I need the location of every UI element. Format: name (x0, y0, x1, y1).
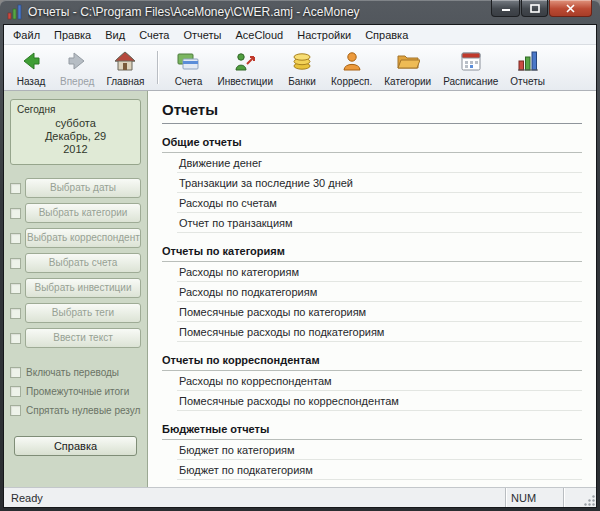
banks-button[interactable]: Банки (279, 46, 325, 89)
today-date: Декабрь, 29 (17, 130, 134, 143)
menu-acecloud[interactable]: AceCloud (229, 26, 291, 44)
select-payees-button[interactable]: Выбрать корреспондентов (25, 228, 141, 248)
forward-button[interactable]: Вперед (54, 46, 100, 89)
today-panel: Сегодня суббота Декабрь, 29 2012 (10, 99, 141, 165)
schedule-icon (459, 49, 483, 75)
investments-checkbox[interactable] (10, 283, 21, 294)
report-link[interactable]: Движение денег (177, 153, 582, 173)
accounts-button[interactable]: Счета (165, 46, 211, 89)
resize-grip[interactable] (581, 488, 596, 507)
menu-view[interactable]: Вид (98, 26, 132, 44)
back-icon (19, 49, 43, 75)
section-heading-categories: Отчеты по категориям (162, 245, 582, 262)
help-button[interactable]: Справка (14, 436, 137, 456)
options-group: Включать переводы Промежуточные итоги Сп… (10, 367, 141, 424)
back-button[interactable]: Назад (8, 46, 54, 89)
payees-checkbox[interactable] (10, 233, 21, 244)
maximize-button[interactable] (521, 0, 548, 17)
hide-zero-option[interactable]: Спрятать нулевые резуль (10, 405, 141, 416)
report-link[interactable]: Бюджет по категориям (177, 440, 582, 460)
banks-icon (290, 49, 314, 75)
today-weekday: суббота (17, 117, 134, 130)
forward-icon (65, 49, 89, 75)
report-link[interactable]: Расходы по корреспондентам (177, 371, 582, 391)
num-lock-indicator: NUM (505, 488, 563, 507)
tags-checkbox[interactable] (10, 308, 21, 319)
select-tags-button[interactable]: Выбрать теги (25, 303, 141, 323)
report-link[interactable]: Расходы по категориям (177, 262, 582, 282)
payees-button[interactable]: Корресп. (325, 46, 378, 89)
subtotals-checkbox[interactable] (10, 386, 21, 397)
app-icon (7, 4, 23, 20)
section-heading-general: Общие отчеты (162, 136, 582, 153)
filter-row-text: Ввести текст (10, 328, 141, 348)
home-button[interactable]: Главная (100, 46, 150, 89)
dates-checkbox[interactable] (10, 183, 21, 194)
menu-help[interactable]: Справка (358, 26, 415, 44)
report-link[interactable]: Расходы по подкатегориям (177, 282, 582, 302)
filter-row-tags: Выбрать теги (10, 303, 141, 323)
section-heading-payees: Отчеты по корреспондентам (162, 354, 582, 371)
select-categories-button[interactable]: Выбрать категории (25, 203, 141, 223)
minimize-button[interactable] (491, 0, 520, 17)
reports-button[interactable]: Отчеты (504, 46, 551, 89)
report-link[interactable]: Помесячные расходы по корреспондентам (177, 391, 582, 411)
menu-accounts[interactable]: Счета (132, 26, 176, 44)
report-link[interactable]: Бюджет по подкатегориям (177, 460, 582, 480)
report-link[interactable]: Отчет по транзакциям (177, 213, 582, 233)
main-content: Отчеты Общие отчеты Движение денег Транз… (148, 91, 596, 487)
include-transfers-checkbox[interactable] (10, 367, 21, 378)
toolbar: Назад Вперед Главная Счета Инвестиции (4, 45, 596, 91)
categories-icon (396, 49, 420, 75)
filter-row-payees: Выбрать корреспондентов (10, 228, 141, 248)
status-pane-blank (563, 488, 581, 507)
enter-text-button[interactable]: Ввести текст (25, 328, 141, 348)
menubar: Файл Правка Вид Счета Отчеты AceCloud На… (4, 25, 596, 45)
filter-row-dates: Выбрать даты (10, 178, 141, 198)
titlebar[interactable]: Отчеты - C:\Program Files\AceMoney\CWER.… (0, 0, 600, 24)
menu-settings[interactable]: Настройки (290, 26, 358, 44)
acemoney-window: Отчеты - C:\Program Files\AceMoney\CWER.… (0, 0, 600, 511)
window-title: Отчеты - C:\Program Files\AceMoney\CWER.… (28, 5, 360, 19)
hide-zero-checkbox[interactable] (10, 405, 21, 416)
sidebar: Сегодня суббота Декабрь, 29 2012 Выбрать… (4, 91, 148, 487)
home-icon (113, 49, 137, 75)
menu-reports[interactable]: Отчеты (176, 26, 228, 44)
filter-row-categories: Выбрать категории (10, 203, 141, 223)
select-dates-button[interactable]: Выбрать даты (25, 178, 141, 198)
accounts-icon (176, 49, 200, 75)
filter-row-investments: Выбрать инвестиции (10, 278, 141, 298)
page-title: Отчеты (162, 101, 582, 124)
accounts-checkbox[interactable] (10, 258, 21, 269)
today-label: Сегодня (17, 104, 134, 115)
investments-button[interactable]: Инвестиции (211, 46, 279, 89)
select-investments-button[interactable]: Выбрать инвестиции (25, 278, 141, 298)
subtotals-option[interactable]: Промежуточные итоги (10, 386, 141, 397)
select-accounts-button[interactable]: Выбрать счета (25, 253, 141, 273)
close-button[interactable] (549, 0, 592, 17)
categories-checkbox[interactable] (10, 208, 21, 219)
report-link[interactable]: Транзакции за последние 30 дней (177, 173, 582, 193)
window-controls (491, 0, 592, 17)
payees-icon (340, 49, 364, 75)
reports-icon (516, 49, 540, 75)
text-checkbox[interactable] (10, 333, 21, 344)
include-transfers-option[interactable]: Включать переводы (10, 367, 141, 378)
menu-edit[interactable]: Правка (47, 26, 98, 44)
client-area: Файл Правка Вид Счета Отчеты AceCloud На… (3, 24, 597, 508)
report-link[interactable]: Помесячные расходы по категориям (177, 302, 582, 322)
report-link[interactable]: Расходы по счетам (177, 193, 582, 213)
statusbar: Ready NUM (4, 487, 596, 507)
status-text: Ready (4, 492, 505, 504)
categories-button[interactable]: Категории (378, 46, 437, 89)
section-heading-budget: Бюджетные отчеты (162, 423, 582, 440)
investments-icon (233, 49, 257, 75)
toolbar-separator (157, 51, 158, 84)
report-link[interactable]: Помесячные расходы по подкатегориям (177, 322, 582, 342)
app-body: Сегодня суббота Декабрь, 29 2012 Выбрать… (4, 91, 596, 487)
filter-row-accounts: Выбрать счета (10, 253, 141, 273)
today-year: 2012 (17, 143, 134, 156)
menu-file[interactable]: Файл (6, 26, 47, 44)
schedule-button[interactable]: Расписание (437, 46, 504, 89)
